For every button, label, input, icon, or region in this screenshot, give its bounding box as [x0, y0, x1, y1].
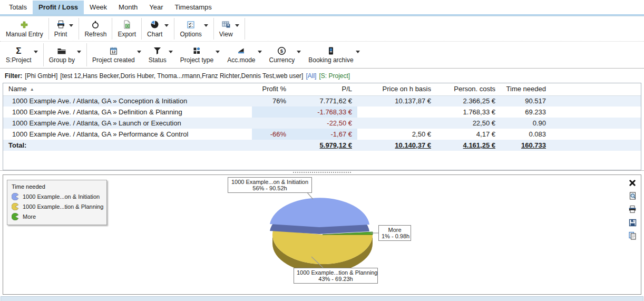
close-icon[interactable] — [628, 179, 637, 187]
chevron-down-icon[interactable] — [169, 51, 173, 53]
acc-mode-button[interactable]: Acc.mode — [223, 44, 265, 65]
filter-all-link[interactable]: [All] — [306, 72, 316, 80]
group-by-label: Group by — [49, 56, 75, 64]
group-by-button[interactable]: Group by — [45, 44, 85, 65]
options-button[interactable]: Options — [176, 18, 211, 40]
chevron-down-icon[interactable] — [356, 51, 360, 53]
legend-label: More — [23, 213, 36, 220]
filter-grouping-link[interactable]: [S: Project] — [319, 72, 350, 80]
pie-slice-initiation[interactable] — [270, 198, 369, 227]
tab-month[interactable]: Month — [113, 1, 143, 14]
chart-label: Chart — [147, 31, 162, 38]
view-grid-icon — [221, 20, 231, 30]
legend-label: 1000 Example...on & Initiation — [23, 193, 100, 200]
sum-project-button[interactable]: Σ S:Project — [2, 44, 42, 65]
currency-button[interactable]: $ Currency — [266, 44, 305, 65]
table-row[interactable]: 1000 Example Ave. / Atlanta, GA » Perfor… — [3, 129, 641, 140]
toolbar-separator — [245, 18, 245, 40]
results-table-container: Name▲ Profit % P/L Price on h basis Pers… — [3, 83, 641, 170]
filter-bar: Filter: [Phi GmbH] [test 12,Hans Becker,… — [0, 69, 644, 83]
chevron-down-icon[interactable] — [258, 51, 262, 53]
filter-users: [test 12,Hans Becker,Doris Huber, Thoma.… — [60, 72, 303, 80]
filter-toolbar: Σ S:Project Group by 12 Project created — [0, 42, 644, 69]
table-row[interactable]: 1000 Example Ave. / Atlanta, GA » Concep… — [3, 95, 641, 106]
legend-item: More — [12, 213, 102, 220]
column-header-pl[interactable]: P/L — [291, 83, 357, 95]
project-created-button[interactable]: 12 Project created — [89, 44, 145, 65]
chevron-down-icon[interactable] — [69, 24, 73, 27]
status-button[interactable]: Status — [145, 44, 177, 65]
column-header-name[interactable]: Name▲ — [3, 83, 252, 95]
booking-archive-button[interactable]: Booking archive — [305, 44, 363, 65]
manual-entry-button[interactable]: Manual Entry — [2, 18, 47, 40]
preview-icon[interactable] — [628, 192, 637, 200]
legend-title: Time needed — [12, 183, 102, 190]
booking-archive-label: Booking archive — [308, 56, 353, 64]
legend-item: 1000 Example...on & Initiation — [12, 193, 102, 200]
pie-swatch-icon — [12, 193, 19, 200]
print-button[interactable]: Print — [51, 18, 77, 40]
filter-label: Filter: — [5, 72, 22, 80]
options-checkbox-icon — [187, 20, 195, 30]
column-header-person-costs[interactable]: Person. costs — [436, 83, 501, 95]
main-toolbar: Manual Entry Print Refresh — [0, 16, 644, 42]
chart-panel: Time needed 1000 Example...on & Initiati… — [3, 174, 641, 295]
svg-text:$: $ — [280, 48, 284, 54]
tab-year[interactable]: Year — [143, 1, 169, 14]
toolbar-separator — [43, 43, 44, 66]
project-created-label: Project created — [92, 56, 135, 64]
view-button[interactable]: View — [216, 18, 243, 40]
export-label: Export — [118, 31, 136, 38]
table-total-row: Total: 5.979,12 € 10.140,37 € 4.161,25 €… — [3, 140, 641, 151]
status-bar — [1, 296, 643, 301]
calendar-icon: 12 — [109, 46, 118, 55]
chevron-down-icon[interactable] — [235, 24, 239, 27]
chevron-down-icon[interactable] — [204, 24, 208, 27]
sigma-icon: Σ — [16, 46, 21, 55]
print-icon[interactable] — [628, 205, 637, 213]
save-icon[interactable] — [628, 218, 637, 227]
app-window: Totals Profit / Loss Week Month Year Tim… — [0, 0, 644, 301]
toolbar-separator — [141, 18, 142, 40]
archive-device-icon — [327, 46, 335, 55]
table-row[interactable]: 1000 Example Ave. / Atlanta, GA » Launch… — [3, 118, 641, 129]
toolbar-separator — [79, 18, 79, 40]
toolbar-separator — [112, 18, 112, 40]
view-label: View — [219, 31, 233, 38]
chevron-down-icon[interactable] — [164, 24, 169, 27]
chevron-down-icon[interactable] — [137, 51, 141, 53]
chevron-down-icon[interactable] — [77, 51, 81, 53]
table-header-row: Name▲ Profit % P/L Price on h basis Pers… — [3, 83, 641, 95]
tab-totals[interactable]: Totals — [3, 1, 33, 14]
callout-planning: 1000 Example...tion & Planning 43% - 69.… — [294, 268, 378, 284]
currency-icon: $ — [277, 46, 286, 55]
print-label: Print — [54, 31, 67, 38]
chevron-down-icon[interactable] — [216, 51, 220, 53]
currency-label: Currency — [269, 56, 295, 64]
filter-scope: [Phi GmbH] — [25, 72, 57, 80]
legend-item: 1000 Example...tion & Planning — [12, 203, 102, 210]
pie-chart-icon — [150, 20, 159, 30]
tab-profit-loss[interactable]: Profit / Loss — [33, 1, 84, 14]
tab-timestamps[interactable]: Timestamps — [169, 1, 218, 14]
excel-export-icon — [123, 20, 131, 30]
column-header-price[interactable]: Price on h basis — [357, 83, 436, 95]
column-header-profit[interactable]: Profit % — [252, 83, 291, 95]
project-type-button[interactable]: Project type — [177, 44, 223, 65]
refresh-button[interactable]: Refresh — [81, 18, 110, 40]
horizontal-splitter[interactable] — [0, 170, 644, 174]
copy-icon[interactable] — [628, 231, 637, 240]
column-header-time-needed[interactable]: Time needed — [501, 83, 551, 95]
project-type-label: Project type — [180, 56, 213, 64]
accmode-icon — [237, 46, 246, 55]
chevron-down-icon[interactable] — [297, 51, 301, 53]
table-row[interactable]: 1000 Example Ave. / Atlanta, GA » Defini… — [3, 106, 641, 118]
chart-button[interactable]: Chart — [143, 18, 172, 40]
toolbar-separator — [86, 43, 87, 66]
tab-week[interactable]: Week — [84, 1, 113, 14]
funnel-icon — [153, 46, 162, 55]
export-button[interactable]: Export — [114, 18, 140, 40]
chevron-down-icon[interactable] — [34, 51, 38, 53]
sort-ascending-icon: ▲ — [30, 87, 34, 92]
splitter-handle-icon — [293, 172, 351, 173]
